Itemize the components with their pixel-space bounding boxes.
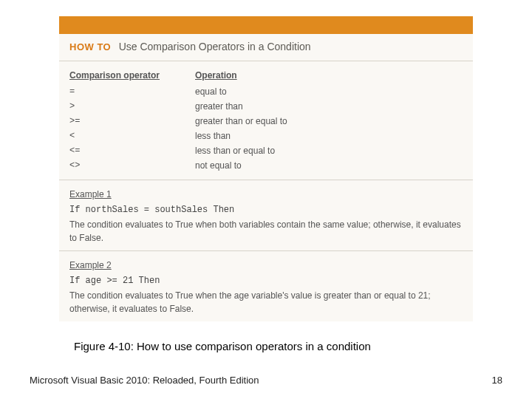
th-operator: Comparison operator [69, 69, 195, 82]
table-row: <less than [69, 129, 463, 143]
cell-what: less than [195, 129, 463, 143]
book-title: Microsoft Visual Basic 2010: Reloaded, F… [30, 375, 259, 386]
howto-label: HOW TO [69, 41, 111, 52]
cell-op: <> [69, 159, 195, 172]
figure-caption: Figure 4-10: How to use comparison opera… [74, 340, 371, 352]
example-2: Example 2 If age >= 21 Then The conditio… [59, 251, 473, 321]
table-header: Comparison operator Operation [69, 69, 463, 82]
example-label: Example 1 [69, 188, 463, 201]
footer: Microsoft Visual Basic 2010: Reloaded, F… [30, 375, 502, 386]
cell-what: equal to [195, 85, 463, 98]
example-code: If age >= 21 Then [69, 274, 463, 287]
example-desc: The condition evaluates to True when bot… [69, 218, 463, 245]
cell-op: >= [69, 115, 195, 128]
orange-bar [59, 16, 473, 34]
cell-what: not equal to [195, 159, 463, 172]
table-row: =equal to [69, 85, 463, 98]
cell-what: greater than [195, 100, 463, 113]
howto-row: HOW TO Use Comparison Operators in a Con… [59, 34, 473, 61]
figure-box: HOW TO Use Comparison Operators in a Con… [59, 16, 473, 321]
cell-what: less than or equal to [195, 144, 463, 157]
cell-op: > [69, 100, 195, 113]
cell-op: = [69, 85, 195, 98]
table-row: <=less than or equal to [69, 144, 463, 157]
cell-op: < [69, 129, 195, 143]
th-operation: Operation [195, 69, 463, 82]
cell-op: <= [69, 144, 195, 157]
example-1: Example 1 If northSales = southSales The… [59, 180, 473, 251]
operators-table: Comparison operator Operation =equal to … [59, 61, 473, 180]
table-row: >=greater than or equal to [69, 115, 463, 128]
example-desc: The condition evaluates to True when the… [69, 289, 463, 316]
slide: HOW TO Use Comparison Operators in a Con… [0, 0, 532, 399]
howto-title: Use Comparison Operators in a Condition [119, 41, 311, 52]
example-label: Example 2 [69, 259, 463, 272]
page-number: 18 [492, 375, 502, 386]
table-row: >greater than [69, 100, 463, 113]
table-row: <>not equal to [69, 159, 463, 172]
cell-what: greater than or equal to [195, 115, 463, 128]
example-code: If northSales = southSales Then [69, 203, 463, 216]
